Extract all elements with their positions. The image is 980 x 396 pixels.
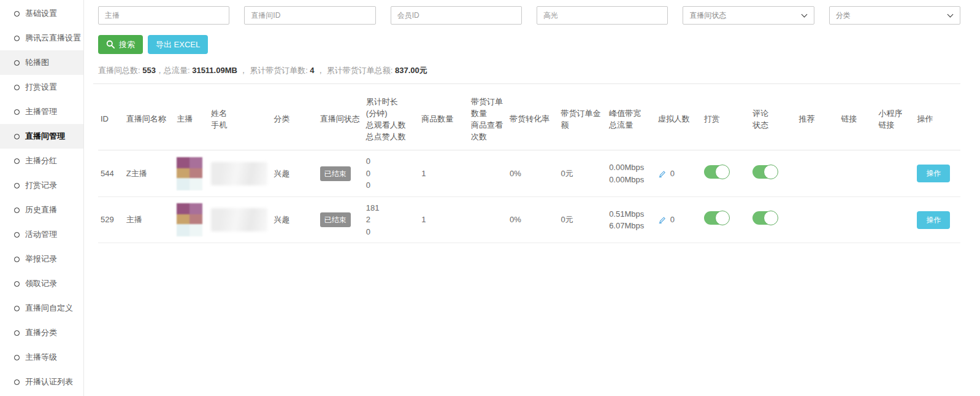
chevron-down-icon: [947, 11, 954, 17]
col-header-link: 链接: [838, 89, 876, 150]
toggle-knob: [715, 211, 730, 225]
cell-goods-count: 1: [419, 196, 469, 243]
cell-bandwidth: 0.51Mbps 6.07Mbps: [607, 196, 656, 243]
cell-order-info: [469, 196, 507, 243]
toggle-knob: [764, 165, 778, 179]
sidebar-item-tencent-live-settings[interactable]: 腾讯云直播设置: [0, 26, 83, 50]
chevron-down-icon: [801, 11, 807, 17]
comment-toggle[interactable]: [752, 211, 778, 225]
circle-icon: [14, 355, 20, 360]
anchor-input[interactable]: [98, 6, 229, 25]
search-button[interactable]: 搜索: [98, 35, 143, 54]
reward-toggle[interactable]: [704, 211, 729, 225]
sidebar-item-liveroom-management[interactable]: 直播间管理: [0, 124, 83, 149]
search-button-label: 搜索: [119, 39, 135, 50]
col-header-name-phone: 姓名 手机: [209, 89, 271, 150]
cell-reward: [702, 150, 750, 197]
col-header-recommend: 推荐: [797, 89, 839, 150]
circle-icon: [14, 208, 20, 213]
section-divider: [93, 83, 960, 84]
sidebar-item-anchor-dividend[interactable]: 主播分红: [0, 149, 83, 173]
sidebar-item-basic-settings[interactable]: 基础设置: [0, 1, 83, 26]
col-header-order-amount: 带货订单金 额: [559, 89, 607, 150]
circle-icon: [14, 379, 20, 385]
cell-room-name: Z主播: [124, 150, 175, 197]
col-header-bandwidth: 峰值带宽 总流量: [607, 89, 656, 150]
sidebar-item-reward-records[interactable]: 打赏记录: [0, 173, 83, 198]
sidebar-item-anchor-level[interactable]: 主播等级: [0, 345, 83, 370]
circle-icon: [14, 158, 20, 164]
circle-icon: [14, 281, 20, 287]
cell-conversion: 0%: [507, 150, 559, 197]
circle-icon: [14, 109, 20, 115]
sidebar-item-label: 主播等级: [25, 352, 57, 363]
cell-reward: [702, 196, 750, 243]
sidebar-item-broadcast-cert-list[interactable]: 开播认证列表: [0, 370, 83, 394]
cell-anchor: [174, 150, 209, 197]
col-header-reward: 打赏: [702, 89, 750, 150]
reward-toggle[interactable]: [704, 165, 729, 179]
sidebar-item-reward-settings[interactable]: 打赏设置: [0, 75, 83, 99]
sidebar-item-history-live[interactable]: 历史直播: [0, 198, 83, 222]
sidebar-item-report-records[interactable]: 举报记录: [0, 247, 83, 271]
export-excel-button[interactable]: 导出 EXCEL: [148, 35, 208, 54]
sidebar-item-activity-management[interactable]: 活动管理: [0, 222, 83, 247]
table-header-row: ID 直播间名称 主播 姓名 手机 分类 直播间状态 累计时长 (分钟) 总观看…: [98, 89, 960, 150]
cell-bandwidth: 0.00Mbps 0.00Mbps: [607, 150, 656, 197]
cell-order-amount: 0元: [559, 150, 607, 197]
sidebar-item-label: 打赏记录: [25, 180, 57, 191]
edit-icon[interactable]: [658, 215, 667, 224]
cell-miniprogram-link: [876, 196, 914, 243]
admin-page: 基础设置 腾讯云直播设置 轮播图 打赏设置 主播管理 直播间管理 主播分红 打赏…: [0, 0, 980, 396]
sidebar-item-live-category[interactable]: 直播分类: [0, 320, 83, 345]
sidebar-item-label: 举报记录: [25, 254, 57, 265]
cell-action: 操作: [914, 196, 960, 243]
action-button[interactable]: 操作: [917, 165, 950, 182]
circle-icon: [14, 183, 20, 188]
action-button[interactable]: 操作: [917, 211, 950, 229]
col-header-anchor: 主播: [174, 89, 209, 150]
circle-icon: [14, 257, 20, 262]
col-header-conversion: 带货转化率: [507, 89, 559, 150]
sidebar-item-label: 主播管理: [25, 106, 57, 117]
sidebar-item-carousel[interactable]: 轮播图: [0, 50, 83, 75]
room-id-input[interactable]: [244, 6, 375, 25]
toggle-knob: [764, 211, 778, 225]
sidebar-item-label: 直播间管理: [25, 131, 65, 142]
table-row: 544 Z主播 兴趣 已结束 0 0 0 1 0% 0元 0.00Mbps 0.…: [98, 150, 960, 197]
virtual-count-value: 0: [670, 168, 675, 180]
cell-category: 兴趣: [271, 150, 318, 197]
sidebar-item-label: 基础设置: [25, 8, 57, 19]
summary-stats: 直播间总数: 553，总流量: 31511.09MB ， 累计带货订单数: 4 …: [98, 65, 960, 76]
circle-icon: [14, 134, 20, 139]
main-content: 直播间状态 分类 搜索 导出 EXCEL 直播间总数: 553，总流量: 315…: [84, 0, 980, 396]
search-icon: [106, 40, 115, 49]
stat-traffic-value: 31511.09MB: [192, 66, 237, 75]
sidebar-item-liveroom-custom[interactable]: 直播间自定义: [0, 296, 83, 320]
category-select[interactable]: 分类: [829, 6, 960, 25]
col-header-room-status: 直播间状态: [318, 89, 364, 150]
cell-virtual-count: 0: [656, 196, 702, 243]
room-status-select[interactable]: 直播间状态: [683, 6, 814, 25]
cell-order-amount: 0元: [559, 196, 607, 243]
member-id-input[interactable]: [391, 6, 522, 25]
sidebar-item-label: 主播分红: [25, 155, 57, 166]
comment-toggle[interactable]: [752, 165, 778, 179]
stat-order-count-value: 4: [310, 66, 314, 75]
edit-icon[interactable]: [658, 169, 667, 178]
sidebar-item-label: 打赏设置: [25, 82, 57, 93]
sidebar-item-claim-records[interactable]: 领取记录: [0, 271, 83, 296]
filter-row: 直播间状态 分类: [98, 6, 960, 25]
cell-room-name: 主播: [124, 196, 175, 243]
stat-traffic-label: ，总流量:: [156, 66, 192, 75]
highlight-input[interactable]: [537, 6, 668, 25]
name-phone-blurred: [211, 208, 267, 231]
cell-action: 操作: [914, 150, 960, 197]
circle-icon: [14, 11, 20, 17]
sidebar-item-label: 活动管理: [25, 229, 57, 240]
col-header-duration-stats: 累计时长 (分钟) 总观看人数 总点赞人数: [364, 89, 419, 150]
sidebar-item-anchor-management[interactable]: 主播管理: [0, 99, 83, 124]
cell-id: 529: [98, 196, 124, 243]
col-header-goods-count: 商品数量: [419, 89, 469, 150]
sidebar-item-label: 历史直播: [25, 204, 57, 215]
